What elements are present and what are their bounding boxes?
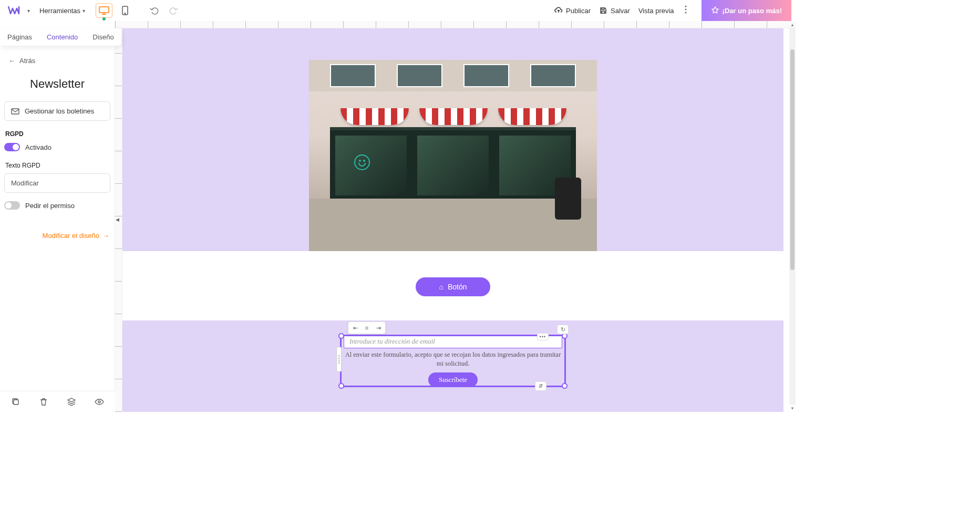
undo-redo-group [147,3,181,18]
rgpd-section-label: RGPD [5,130,110,138]
logo-chevron-icon[interactable]: ▾ [25,8,32,14]
permission-toggle-label: Pedir el permiso [25,202,75,210]
canvas-area: ⌂ Botón ⇤ ≡ [115,21,796,412]
vertical-scrollbar[interactable]: ▲ ▼ [789,28,796,405]
manage-label: Gestionar los boletines [25,107,94,115]
svg-rect-7 [14,400,18,405]
drag-grip[interactable] [336,347,342,372]
back-button[interactable]: ← Atrás [4,54,110,68]
selection-frame: ⇤ ≡ ⇥ ↻ ••• ⇵ [340,335,566,387]
svg-point-5 [685,12,686,14]
rgpd-text-label: Texto RGPD [5,162,110,169]
permission-toggle-row: Pedir el permiso [4,200,110,211]
permission-toggle[interactable] [4,201,20,210]
preview-label: Vista previa [638,7,674,15]
scroll-up-icon[interactable]: ▲ [789,21,796,28]
rgpd-toggle[interactable] [4,143,20,151]
back-label: Atrás [19,57,35,65]
more-menu-button[interactable] [683,5,689,16]
newsletter-section[interactable]: ⇤ ≡ ⇥ ↻ ••• ⇵ Introduce tu dirección de … [122,320,783,412]
save-button[interactable]: Salvar [599,6,630,15]
page-content: ⌂ Botón ⇤ ≡ [122,28,783,412]
undo-button[interactable] [147,3,162,18]
align-center-button[interactable]: ≡ [361,323,373,333]
topbar: ▾ Herramientas ▾ Publicar Salvar [0,0,796,21]
topbar-left: ▾ Herramientas ▾ [4,3,181,18]
star-icon [711,6,719,15]
rgpd-text-input[interactable]: Modificar [4,173,110,193]
publish-button[interactable]: Publicar [554,6,591,15]
rgpd-toggle-row: Activado [4,142,110,152]
svg-point-3 [685,6,686,7]
svg-point-4 [685,9,686,11]
preview-button[interactable]: Vista previa [638,7,674,15]
modify-design-link[interactable]: Modificar el diseño → [4,232,110,240]
home-icon: ⌂ [439,283,443,291]
button-label: Botón [448,283,467,291]
newsletter-widget[interactable]: ⇤ ≡ ⇥ ↻ ••• ⇵ Introduce tu dirección de … [340,335,566,387]
arrow-left-icon: ← [8,57,15,65]
svg-rect-0 [99,7,109,13]
arrow-right-icon: → [102,232,109,240]
modify-design-label: Modificar el diseño [43,232,99,240]
sidebar-collapse-handle[interactable]: ◀ [115,215,120,224]
canvas-viewport[interactable]: ⌂ Botón ⇤ ≡ [122,28,788,412]
align-right-button[interactable]: ⇥ [373,323,384,333]
resize-handle-br[interactable] [562,383,568,389]
cloud-upload-icon [554,6,563,15]
rgpd-toggle-label: Activado [25,143,51,151]
ruler-horizontal [115,21,796,28]
resize-handle-bl[interactable] [338,383,344,389]
redo-button[interactable] [166,3,181,18]
scroll-down-icon[interactable]: ▼ [789,405,796,412]
button-section[interactable]: ⌂ Botón [122,251,783,320]
upgrade-cta-button[interactable]: ¡Dar un paso más! [702,0,791,21]
copy-button[interactable] [9,395,23,409]
envelope-icon [11,108,19,115]
cta-label: ¡Dar un paso más! [723,7,782,15]
sidebar-panel: ← Atrás Newsletter Gestionar los boletin… [0,21,115,391]
svg-point-2 [125,13,126,14]
hero-image[interactable] [309,60,597,251]
scrollbar-thumb[interactable] [790,49,795,270]
mobile-view-button[interactable] [117,3,133,18]
panel-title: Newsletter [4,77,110,91]
layers-button[interactable] [65,395,78,409]
cta-button-element[interactable]: ⌂ Botón [416,277,490,296]
delete-button[interactable] [37,395,50,409]
manage-newsletters-button[interactable]: Gestionar los boletines [4,101,110,121]
svg-rect-6 [12,109,19,114]
topbar-right: Publicar Salvar Vista previa ¡Dar un pas… [554,0,791,21]
save-icon [599,6,607,15]
align-toolbar: ⇤ ≡ ⇥ [348,322,386,334]
tools-menu[interactable]: Herramientas ▾ [34,7,92,15]
tab-content[interactable]: Contenido [39,28,85,46]
logo-icon[interactable] [7,4,20,17]
tools-label: Herramientas [39,7,80,15]
hero-section[interactable] [122,28,783,251]
save-label: Salvar [611,7,630,15]
tab-pages[interactable]: Páginas [0,28,39,46]
rotate-button[interactable]: ↻ [557,325,569,334]
desktop-view-button[interactable] [96,3,112,18]
smiley-icon[interactable] [354,154,370,170]
resize-handle-tl[interactable] [338,333,344,339]
tab-design[interactable]: Diseño [85,28,121,46]
publish-label: Publicar [566,7,591,15]
align-left-button[interactable]: ⇤ [349,323,361,333]
svg-point-8 [98,401,100,403]
element-more-button[interactable]: ••• [537,333,549,340]
tools-chevron-icon: ▾ [80,8,87,14]
visibility-button[interactable] [92,395,106,409]
spacing-button[interactable]: ⇵ [535,381,546,391]
sidebar-tabs: Páginas Contenido Diseño [0,28,121,46]
bottom-toolbar [0,391,115,412]
